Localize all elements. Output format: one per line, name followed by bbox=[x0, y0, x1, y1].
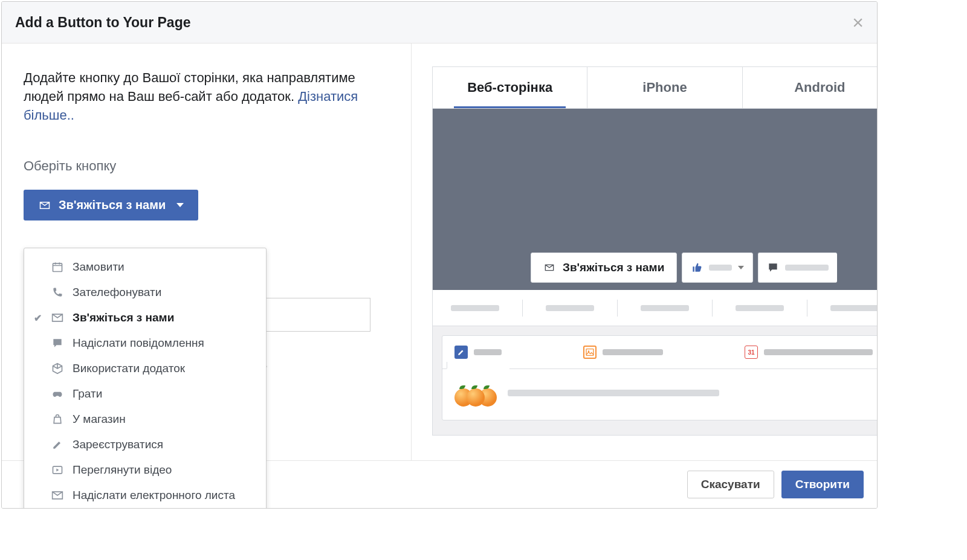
close-icon[interactable]: × bbox=[852, 13, 864, 32]
dropdown-option[interactable]: Грати bbox=[24, 381, 266, 407]
gamepad-icon bbox=[51, 388, 64, 400]
mail-icon bbox=[543, 263, 555, 272]
divider bbox=[712, 300, 713, 317]
composer: 31 bbox=[442, 335, 878, 420]
placeholder bbox=[785, 265, 829, 271]
right-panel: Веб-сторінкаiPhoneAndroid Зв'яжіться з н… bbox=[412, 43, 878, 460]
option-label: Переглянути відео bbox=[73, 463, 172, 477]
phone-icon bbox=[51, 286, 64, 298]
dropdown-option[interactable]: У магазин bbox=[24, 407, 266, 432]
dropdown-option[interactable]: Замовити bbox=[24, 254, 266, 280]
option-label: Замовити bbox=[73, 260, 125, 274]
dropdown-option[interactable]: Дізнатися більше bbox=[24, 508, 266, 509]
placeholder bbox=[603, 349, 663, 355]
composer-tab-photo[interactable] bbox=[583, 346, 663, 369]
nav-placeholder bbox=[830, 305, 878, 311]
nav-placeholder bbox=[641, 305, 689, 311]
nav-placeholder bbox=[736, 305, 784, 311]
option-label: Зв'яжіться з нами bbox=[73, 311, 174, 324]
placeholder bbox=[764, 349, 873, 355]
chat-icon bbox=[767, 262, 779, 274]
modal-body: Додайте кнопку до Вашої сторінки, яка на… bbox=[2, 43, 877, 460]
chevron-down-icon bbox=[176, 203, 184, 207]
option-label: Надіслати повідомлення bbox=[73, 336, 204, 350]
preview-tab[interactable]: iPhone bbox=[587, 67, 742, 108]
cover-area: Зв'яжіться з нами bbox=[433, 109, 878, 290]
nav-placeholder bbox=[546, 305, 594, 311]
mail-icon bbox=[51, 312, 64, 324]
nav-bar bbox=[433, 290, 878, 326]
box-icon bbox=[51, 362, 64, 375]
dropdown-option[interactable]: Зателефонувати bbox=[24, 280, 266, 305]
cta-bar: Зв'яжіться з нами bbox=[531, 253, 878, 283]
preview-stage: Зв'яжіться з нами bbox=[432, 108, 878, 436]
avatar bbox=[454, 381, 497, 408]
pencil-icon bbox=[51, 439, 64, 451]
add-button-modal: Add a Button to Your Page × Додайте кноп… bbox=[1, 1, 878, 509]
option-label: Використати додаток bbox=[73, 362, 185, 375]
dropdown-option[interactable]: Використати додаток bbox=[24, 356, 266, 381]
create-button[interactable]: Створити bbox=[781, 471, 864, 498]
bag-icon bbox=[51, 413, 64, 425]
like-button[interactable] bbox=[682, 253, 753, 283]
photo-icon bbox=[583, 346, 597, 359]
button-type-dropdown[interactable]: Зв'яжіться з нами bbox=[24, 190, 198, 220]
composer-tabs: 31 bbox=[442, 336, 878, 369]
modal-header: Add a Button to Your Page × bbox=[2, 2, 877, 43]
preview-tabs: Веб-сторінкаiPhoneAndroid bbox=[432, 66, 878, 108]
divider bbox=[617, 300, 618, 317]
message-button[interactable] bbox=[758, 253, 837, 283]
option-label: Грати bbox=[73, 387, 102, 401]
option-label: Зареєструватися bbox=[73, 438, 163, 451]
mail-icon bbox=[51, 489, 64, 501]
option-label: У магазин bbox=[73, 413, 126, 426]
calendar-icon bbox=[51, 261, 64, 273]
chat-icon bbox=[51, 337, 64, 349]
button-type-menu: ЗамовитиЗателефонуватиЗв'яжіться з намиН… bbox=[24, 248, 267, 509]
chevron-down-icon bbox=[738, 266, 744, 269]
dropdown-option[interactable]: Зареєструватися bbox=[24, 432, 266, 457]
section-label: Оберіть кнопку bbox=[24, 158, 389, 174]
dropdown-option[interactable]: Надіслати повідомлення bbox=[24, 330, 266, 356]
placeholder bbox=[474, 349, 502, 355]
calendar-icon: 31 bbox=[745, 346, 758, 359]
left-panel: Додайте кнопку до Вашої сторінки, яка на… bbox=[2, 43, 412, 460]
composer-body bbox=[442, 369, 878, 420]
divider bbox=[807, 300, 807, 317]
intro-text: Додайте кнопку до Вашої сторінки, яка на… bbox=[24, 69, 389, 124]
composer-tab-status[interactable] bbox=[454, 346, 502, 369]
divider bbox=[522, 300, 523, 317]
cta-button-preview[interactable]: Зв'яжіться з нами bbox=[531, 253, 677, 283]
modal-title: Add a Button to Your Page bbox=[15, 14, 190, 31]
option-label: Надіслати електронного листа bbox=[73, 489, 235, 502]
play-icon bbox=[51, 464, 64, 476]
composer-tab-event[interactable]: 31 bbox=[745, 346, 873, 369]
like-icon bbox=[691, 262, 703, 274]
nav-placeholder bbox=[451, 305, 499, 311]
dropdown-option[interactable]: Переглянути відео bbox=[24, 457, 266, 483]
dropdown-option[interactable]: Надіслати електронного листа bbox=[24, 483, 266, 508]
dropdown-option[interactable]: Зв'яжіться з нами bbox=[24, 305, 266, 330]
url-input[interactable] bbox=[260, 298, 370, 332]
cta-label: Зв'яжіться з нами bbox=[563, 261, 664, 274]
mail-icon bbox=[38, 200, 51, 211]
pencil-icon bbox=[454, 346, 468, 359]
preview-tab[interactable]: Android bbox=[743, 67, 878, 108]
placeholder bbox=[709, 265, 732, 271]
option-label: Зателефонувати bbox=[73, 286, 161, 299]
preview-tab[interactable]: Веб-сторінка bbox=[433, 67, 587, 108]
cancel-button[interactable]: Скасувати bbox=[687, 471, 774, 498]
selected-button-label: Зв'яжіться з нами bbox=[59, 198, 166, 212]
placeholder bbox=[508, 390, 719, 396]
